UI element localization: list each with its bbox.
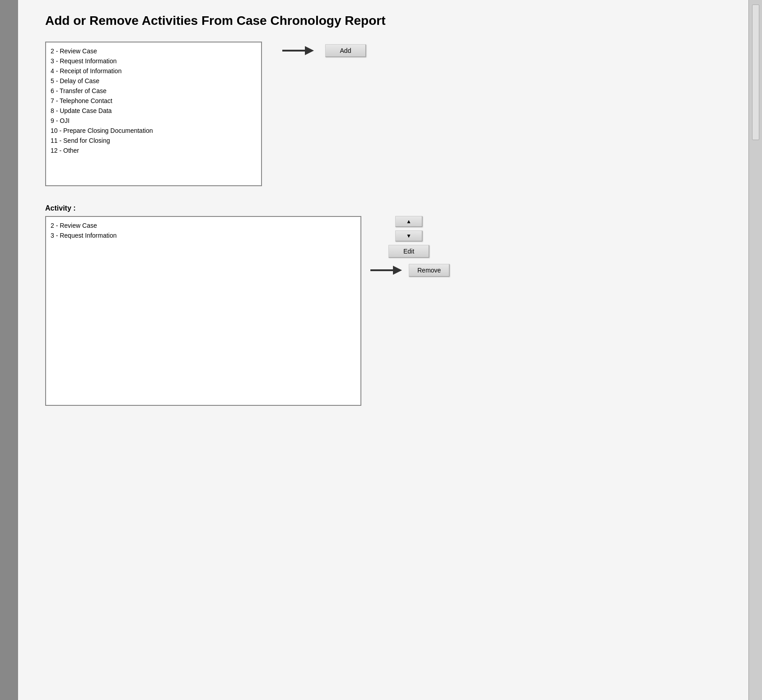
remove-button[interactable]: Remove [409,264,449,277]
activity-listbox[interactable]: 2 - Review Case3 - Request Information [45,216,361,406]
remove-area: Remove [368,261,449,279]
svg-marker-3 [393,266,402,275]
activity-section: Activity : 2 - Review Case3 - Request In… [45,204,721,406]
list-item[interactable]: 10 - Prepare Closing Documentation [49,126,258,136]
remove-arrow-icon [368,261,404,279]
list-item[interactable]: 8 - Update Case Data [49,106,258,116]
list-item[interactable]: 11 - Send for Closing [49,136,258,146]
activity-label: Activity : [45,204,721,212]
list-item[interactable]: 12 - Other [49,146,258,155]
source-section: 2 - Review Case3 - Request Information4 … [45,42,721,186]
activity-list-row: 2 - Review Case3 - Request Information ▲… [45,216,721,406]
add-button[interactable]: Add [325,44,366,57]
edit-button[interactable]: Edit [388,245,429,258]
left-sidebar [0,0,18,700]
list-item[interactable]: 3 - Request Information [49,230,358,240]
page-title: Add or Remove Activities From Case Chron… [45,14,721,28]
main-content: Add or Remove Activities From Case Chron… [18,0,748,700]
move-down-button[interactable]: ▼ [395,230,422,241]
right-sidebar [748,0,762,700]
list-item[interactable]: 2 - Review Case [49,46,258,56]
activity-button-group: ▲ ▼ Edit Remove [368,216,449,279]
list-item[interactable]: 7 - Telephone Contact [49,96,258,106]
list-item[interactable]: 2 - Review Case [49,221,358,230]
source-listbox[interactable]: 2 - Review Case3 - Request Information4 … [45,42,262,186]
list-item[interactable]: 4 - Receipt of Information [49,66,258,76]
svg-marker-1 [305,46,314,55]
list-item[interactable]: 5 - Delay of Case [49,76,258,86]
scrollbar[interactable] [752,5,759,140]
list-item[interactable]: 6 - Transfer of Case [49,86,258,96]
add-arrow-area: Add [280,42,366,60]
add-arrow-icon [280,42,316,60]
list-item[interactable]: 9 - OJI [49,116,258,126]
move-up-button[interactable]: ▲ [395,216,422,227]
list-item[interactable]: 3 - Request Information [49,56,258,66]
